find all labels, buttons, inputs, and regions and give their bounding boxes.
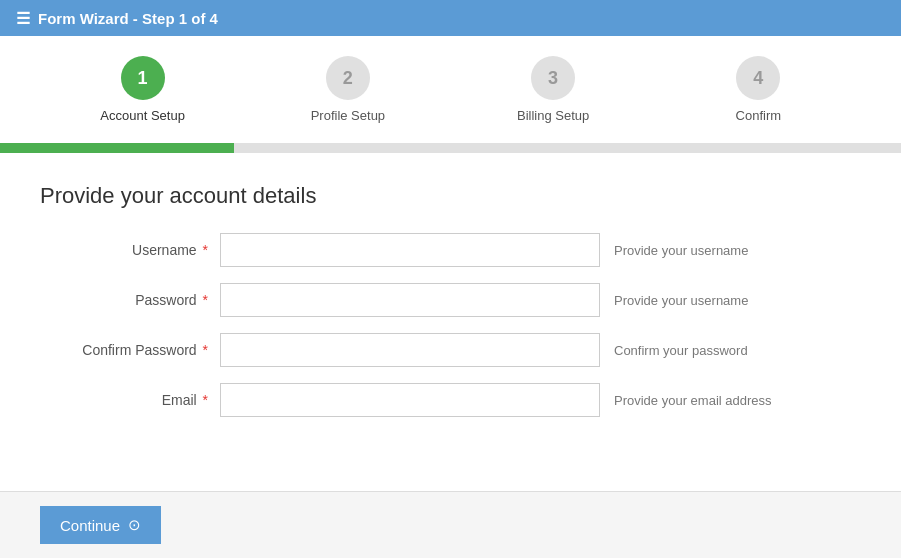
username-required: * xyxy=(199,242,208,258)
step-2-label: Profile Setup xyxy=(311,108,385,123)
header-title: Form Wizard - Step 1 of 4 xyxy=(38,10,218,27)
step-4: 4 Confirm xyxy=(656,56,861,123)
password-input[interactable] xyxy=(220,283,600,317)
password-label: Password * xyxy=(40,292,220,308)
email-label: Email * xyxy=(40,392,220,408)
email-required: * xyxy=(199,392,208,408)
step-1: 1 Account Setup xyxy=(40,56,245,123)
step-2: 2 Profile Setup xyxy=(245,56,450,123)
confirm-password-required: * xyxy=(199,342,208,358)
step-4-circle: 4 xyxy=(736,56,780,100)
steps-container: 1 Account Setup 2 Profile Setup 3 Billin… xyxy=(0,36,901,143)
step-1-label: Account Setup xyxy=(100,108,185,123)
progress-bar-fill xyxy=(0,143,234,153)
step-2-circle: 2 xyxy=(326,56,370,100)
confirm-password-label: Confirm Password * xyxy=(40,342,220,358)
header: ☰ Form Wizard - Step 1 of 4 xyxy=(0,0,901,36)
confirm-password-row: Confirm Password * Confirm your password xyxy=(40,333,861,367)
email-row: Email * Provide your email address xyxy=(40,383,861,417)
confirm-password-input[interactable] xyxy=(220,333,600,367)
menu-icon: ☰ xyxy=(16,9,30,28)
confirm-password-hint: Confirm your password xyxy=(614,343,748,358)
password-required: * xyxy=(199,292,208,308)
username-row: Username * Provide your username xyxy=(40,233,861,267)
password-hint: Provide your username xyxy=(614,293,748,308)
username-input[interactable] xyxy=(220,233,600,267)
username-hint: Provide your username xyxy=(614,243,748,258)
username-label: Username * xyxy=(40,242,220,258)
email-hint: Provide your email address xyxy=(614,393,772,408)
step-3-label: Billing Setup xyxy=(517,108,589,123)
email-input[interactable] xyxy=(220,383,600,417)
step-4-label: Confirm xyxy=(736,108,782,123)
step-3: 3 Billing Setup xyxy=(451,56,656,123)
form-title: Provide your account details xyxy=(40,183,861,209)
progress-bar-container xyxy=(0,143,901,153)
form-section: Provide your account details Username * … xyxy=(0,153,901,453)
password-row: Password * Provide your username xyxy=(40,283,861,317)
step-3-circle: 3 xyxy=(531,56,575,100)
step-1-circle: 1 xyxy=(121,56,165,100)
